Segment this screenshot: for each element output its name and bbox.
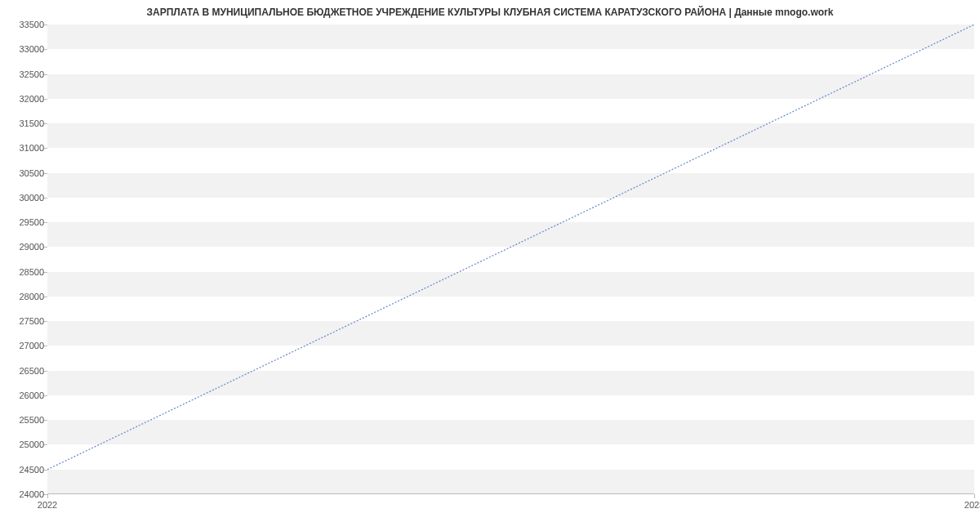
- y-tick-label: 25000: [19, 440, 44, 449]
- y-tick-label: 28500: [19, 267, 44, 277]
- y-tick-label: 31500: [19, 118, 44, 128]
- x-tick-mark: [47, 494, 48, 498]
- y-tick-label: 32000: [19, 94, 44, 104]
- y-tick-label: 30000: [19, 193, 44, 203]
- y-tick-label: 24500: [19, 465, 44, 475]
- y-tick-label: 29000: [19, 242, 44, 252]
- y-tick-label: 27500: [19, 316, 44, 326]
- chart-container: ЗАРПЛАТА В МУНИЦИПАЛЬНОЕ БЮДЖЕТНОЕ УЧРЕЖ…: [0, 0, 980, 531]
- y-tick-label: 32500: [19, 69, 44, 79]
- data-line: [47, 25, 974, 470]
- x-tick-mark: [974, 494, 975, 498]
- x-tick-label: 2023: [964, 500, 980, 510]
- y-tick-label: 30500: [19, 168, 44, 178]
- y-tick-label: 33500: [19, 20, 44, 29]
- chart-title: ЗАРПЛАТА В МУНИЦИПАЛЬНОЕ БЮДЖЕТНОЕ УЧРЕЖ…: [0, 7, 980, 18]
- plot-area: [47, 25, 974, 494]
- y-tick-label: 31000: [19, 143, 44, 153]
- y-tick-label: 25500: [19, 415, 44, 425]
- y-tick-label: 27000: [19, 341, 44, 350]
- chart-line-svg: [47, 25, 974, 494]
- y-tick-label: 28000: [19, 292, 44, 301]
- y-tick-label: 26500: [19, 366, 44, 376]
- y-tick-label: 29500: [19, 217, 44, 227]
- y-tick-label: 33000: [19, 44, 44, 54]
- y-tick-label: 26000: [19, 390, 44, 400]
- y-tick-label: 24000: [19, 489, 44, 499]
- x-tick-label: 2022: [38, 500, 57, 510]
